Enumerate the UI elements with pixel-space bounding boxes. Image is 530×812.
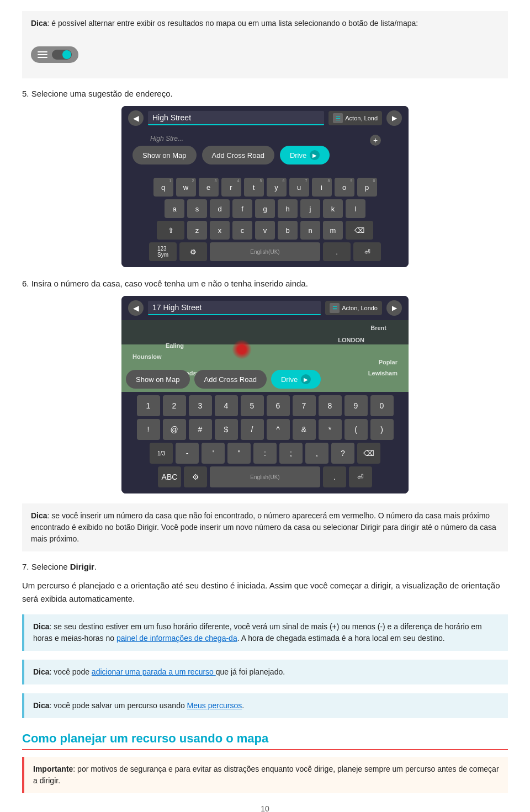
tip4-link[interactable]: adicionar uma parada a um recurso xyxy=(92,667,216,676)
drive-button-1[interactable]: Drive ▶ xyxy=(280,146,330,164)
key-9[interactable]: 9 xyxy=(344,395,368,416)
key-m[interactable]: m xyxy=(323,221,343,240)
key-p[interactable]: 0p xyxy=(357,178,377,197)
step6-text: Insira o número da casa, caso você tenha… xyxy=(31,279,308,288)
key-4[interactable]: 4 xyxy=(215,395,238,416)
key-settings[interactable]: ⚙ xyxy=(179,242,207,261)
key-8[interactable]: 8 xyxy=(319,395,342,416)
key-l[interactable]: l xyxy=(346,199,365,218)
key-settings-num[interactable]: ⚙ xyxy=(184,466,207,487)
key-x[interactable]: x xyxy=(210,221,230,240)
key-del-num[interactable]: ⌫ xyxy=(357,443,380,464)
location-icon-2: ☰ xyxy=(330,303,340,313)
key-1[interactable]: 1 xyxy=(137,395,160,416)
location-button-2[interactable]: ☰ Acton, Londo xyxy=(325,301,382,315)
show-on-map-button-1[interactable]: Show on Map xyxy=(132,146,197,164)
tip5-link[interactable]: Meus percursos xyxy=(187,701,242,710)
key-hash[interactable]: # xyxy=(189,419,212,440)
key-d[interactable]: d xyxy=(210,199,230,218)
step7-number: 7. xyxy=(22,562,29,571)
key-q[interactable]: 1q xyxy=(153,178,173,197)
key-lparen[interactable]: ( xyxy=(344,419,368,440)
key-colon[interactable]: : xyxy=(253,443,277,464)
step6: 6. Insira o número da casa, caso você te… xyxy=(22,277,508,290)
key-at[interactable]: @ xyxy=(163,419,186,440)
map-toggle-track xyxy=(52,50,72,60)
key-caret[interactable]: ^ xyxy=(267,419,290,440)
key-b[interactable]: b xyxy=(278,221,298,240)
key-dot[interactable]: . xyxy=(323,242,351,261)
plus-button-1[interactable]: + xyxy=(370,135,381,146)
step7-text: Selecione xyxy=(31,562,70,571)
key-space[interactable]: English(UK) xyxy=(210,242,320,261)
tip-label-3: Dica xyxy=(33,622,50,631)
tip3-link[interactable]: painel de informações de chega-da xyxy=(116,634,237,643)
key-2[interactable]: 2 xyxy=(163,395,186,416)
key-semicolon[interactable]: ; xyxy=(279,443,303,464)
key-6[interactable]: 6 xyxy=(267,395,290,416)
key-del[interactable]: ⌫ xyxy=(346,221,373,240)
key-z[interactable]: z xyxy=(187,221,207,240)
compass-2[interactable]: ▶ xyxy=(386,300,402,316)
numpad-row-3: 1/3 - ' " : ; , ? ⌫ xyxy=(125,443,405,464)
key-n[interactable]: n xyxy=(300,221,320,240)
key-amp[interactable]: & xyxy=(293,419,316,440)
key-a[interactable]: a xyxy=(165,199,184,218)
key-c[interactable]: c xyxy=(232,221,252,240)
key-dollar[interactable]: $ xyxy=(215,419,238,440)
compass-1[interactable]: ▶ xyxy=(386,110,402,126)
key-space-num[interactable]: English(UK) xyxy=(210,466,320,487)
key-comma[interactable]: , xyxy=(305,443,328,464)
key-o[interactable]: 9o xyxy=(335,178,354,197)
key-j[interactable]: j xyxy=(300,199,320,218)
key-3[interactable]: 3 xyxy=(189,395,212,416)
key-e[interactable]: 3e xyxy=(199,178,219,197)
map-place-poplar: Poplar xyxy=(379,359,398,365)
map-red-dot xyxy=(232,339,252,359)
key-h[interactable]: h xyxy=(278,199,298,218)
key-0[interactable]: 0 xyxy=(370,395,394,416)
key-shift[interactable]: ⇧ xyxy=(157,221,184,240)
add-cross-road-button-1[interactable]: Add Cross Road xyxy=(202,146,274,164)
key-question[interactable]: ? xyxy=(331,443,354,464)
key-w[interactable]: 2w xyxy=(176,178,196,197)
key-s[interactable]: s xyxy=(187,199,207,218)
key-13[interactable]: 1/3 xyxy=(150,443,173,464)
key-quot[interactable]: " xyxy=(227,443,251,464)
kb-row-4: 123Sym ⚙ English(UK) . ⏎ xyxy=(125,242,405,261)
location-button-1[interactable]: ☰ Acton, Lond xyxy=(328,111,382,125)
key-star[interactable]: * xyxy=(319,419,342,440)
key-i[interactable]: 8i xyxy=(312,178,332,197)
key-dot-num[interactable]: . xyxy=(323,466,346,487)
key-r[interactable]: 4r xyxy=(221,178,241,197)
key-f[interactable]: f xyxy=(232,199,252,218)
key-y[interactable]: 6y xyxy=(267,178,287,197)
key-t[interactable]: 5t xyxy=(244,178,264,197)
kb-row-3: ⇧ z x c v b n m ⌫ xyxy=(125,221,405,240)
key-g[interactable]: g xyxy=(255,199,275,218)
key-rparen[interactable]: ) xyxy=(370,419,394,440)
back-button-1[interactable]: ◀ xyxy=(128,110,144,126)
address-bar-1: High Street xyxy=(148,111,324,125)
key-v[interactable]: v xyxy=(255,221,275,240)
key-123[interactable]: 123Sym xyxy=(149,242,177,261)
key-u[interactable]: 7u xyxy=(289,178,309,197)
key-7[interactable]: 7 xyxy=(293,395,316,416)
key-minus[interactable]: - xyxy=(176,443,199,464)
key-slash[interactable]: / xyxy=(241,419,264,440)
key-excl[interactable]: ! xyxy=(137,419,160,440)
key-enter-num[interactable]: ⏎ xyxy=(349,466,372,487)
key-abc[interactable]: ABC xyxy=(158,466,181,487)
key-5[interactable]: 5 xyxy=(241,395,264,416)
show-on-map-button-2[interactable]: Show on Map xyxy=(126,370,190,389)
back-button-2[interactable]: ◀ xyxy=(128,300,144,316)
key-apos[interactable]: ' xyxy=(202,443,225,464)
nav-right-2: ☰ Acton, Londo ▶ xyxy=(325,300,402,316)
key-enter[interactable]: ⏎ xyxy=(353,242,381,261)
drive-button-2[interactable]: Drive ▶ xyxy=(271,370,321,389)
key-k[interactable]: k xyxy=(323,199,343,218)
important-box: Importante: por motivos de segurança e p… xyxy=(22,757,508,793)
add-cross-road-button-2[interactable]: Add Cross Road xyxy=(194,370,267,389)
nav-right-1: ☰ Acton, Lond ▶ xyxy=(328,110,402,126)
map-place-london: LONDON xyxy=(338,337,364,343)
